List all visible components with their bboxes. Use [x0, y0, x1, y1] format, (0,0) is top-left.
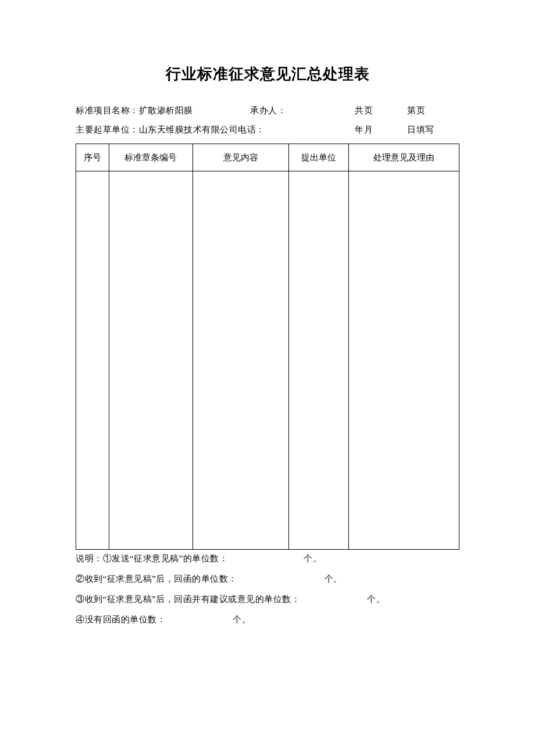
note-4-label: ④没有回函的单位数：: [76, 614, 166, 625]
col-unit: 提出单位: [288, 144, 348, 171]
note-3-tail: 个。: [367, 594, 385, 605]
cell-content: [192, 171, 288, 550]
note-1-label: 说明：①发送“征求意见稿”的单位数：: [76, 553, 228, 564]
note-2-label: ②收到“征求意见稿”后，回函的单位数：: [76, 574, 237, 585]
drafting-unit: 主要起草单位：山东天维膜技术有限公司电话：: [76, 124, 355, 135]
note-4-tail: 个。: [233, 614, 251, 625]
col-index: 序号: [76, 144, 109, 171]
note-2: ②收到“征求意见稿”后，回函的单位数： 个。: [76, 574, 459, 585]
cell-unit: [288, 171, 348, 550]
note-2-gap: [237, 574, 324, 585]
page-number-label: 第页: [407, 105, 448, 116]
note-3-gap: [300, 594, 367, 605]
date-day-label: 日填写: [407, 124, 448, 135]
table-row: [76, 171, 459, 550]
page: 行业标准征求意见汇总处理表 标准项目名称：扩散渗析阳膜 承办人： 共页 第页 主…: [0, 0, 535, 756]
total-pages-label: 共页: [355, 105, 407, 116]
note-4: ④没有回函的单位数： 个。: [76, 614, 459, 625]
cell-reason: [348, 171, 459, 550]
note-4-gap: [166, 614, 233, 625]
cell-section: [109, 171, 192, 550]
col-reason: 处理意见及理由: [348, 144, 459, 171]
page-title: 行业标准征求意见汇总处理表: [76, 64, 459, 84]
meta-line-1: 标准项目名称：扩散渗析阳膜 承办人： 共页 第页: [76, 105, 459, 116]
notes-block: 说明：①发送“征求意见稿”的单位数： 个。 ②收到“征求意见稿”后，回函的单位数…: [76, 553, 459, 625]
note-1-gap: [228, 553, 304, 564]
note-3: ③收到“征求意见稿”后，回函并有建议或意见的单位数： 个。: [76, 594, 459, 605]
cell-index: [76, 171, 109, 550]
col-content: 意见内容: [192, 144, 288, 171]
note-1: 说明：①发送“征求意见稿”的单位数： 个。: [76, 553, 459, 564]
note-1-tail: 个。: [304, 553, 322, 564]
note-3-label: ③收到“征求意见稿”后，回函并有建议或意见的单位数：: [76, 594, 300, 605]
col-section: 标准章条编号: [109, 144, 192, 171]
project-name: 标准项目名称：扩散渗析阳膜: [76, 105, 250, 116]
feedback-table: 序号 标准章条编号 意见内容 提出单位 处理意见及理由: [76, 144, 459, 550]
meta-line-2: 主要起草单位：山东天维膜技术有限公司电话： 年月 日填写: [76, 124, 459, 135]
date-ym-label: 年月: [355, 124, 407, 135]
handler-label: 承办人：: [250, 105, 355, 116]
note-2-tail: 个。: [324, 574, 343, 585]
table-header-row: 序号 标准章条编号 意见内容 提出单位 处理意见及理由: [76, 144, 459, 171]
